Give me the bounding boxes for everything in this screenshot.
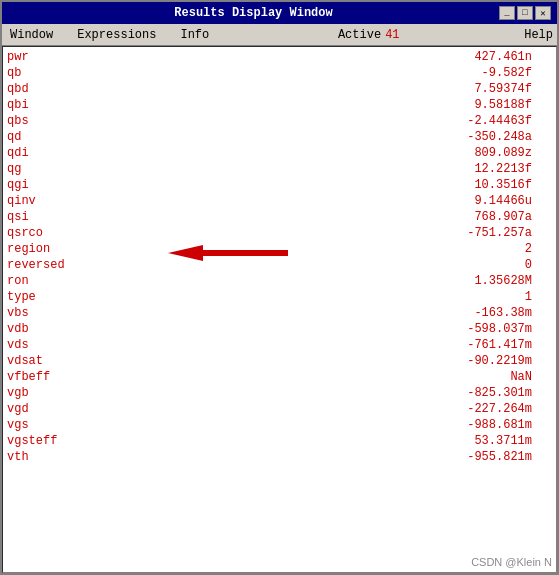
row-name: vbs [7, 305, 107, 321]
row-name: vth [7, 449, 107, 465]
row-value: 10.3516f [107, 177, 552, 193]
row-name: qbd [7, 81, 107, 97]
menu-info[interactable]: Info [176, 27, 213, 43]
row-name: vds [7, 337, 107, 353]
table-row: vgsteff53.3711m [7, 433, 552, 449]
row-name: vdsat [7, 353, 107, 369]
table-row: qb-9.582f [7, 65, 552, 81]
row-value: -955.821m [107, 449, 552, 465]
table-row: qg12.2213f [7, 161, 552, 177]
watermark: CSDN @Klein N [471, 556, 552, 568]
row-name: vgsteff [7, 433, 107, 449]
row-value: 1 [107, 289, 552, 305]
table-row: vdb-598.037m [7, 321, 552, 337]
table-row: qgi10.3516f [7, 177, 552, 193]
row-name: vfbeff [7, 369, 107, 385]
table-row: vfbeffNaN [7, 369, 552, 385]
table-row: type1 [7, 289, 552, 305]
table-row: vth-955.821m [7, 449, 552, 465]
row-value: 1.35628M [107, 273, 552, 289]
row-name: qdi [7, 145, 107, 161]
row-name: qgi [7, 177, 107, 193]
row-name: qbs [7, 113, 107, 129]
table-row: qbs-2.44463f [7, 113, 552, 129]
row-value: 768.907a [107, 209, 552, 225]
row-name: qinv [7, 193, 107, 209]
row-name: type [7, 289, 107, 305]
row-name: qg [7, 161, 107, 177]
row-value: -90.2219m [107, 353, 552, 369]
results-window: Results Display Window _ □ ✕ Window Expr… [0, 0, 559, 575]
menu-window[interactable]: Window [6, 27, 57, 43]
row-name: qsi [7, 209, 107, 225]
data-table: pwr427.461nqb-9.582fqbd7.59374fqbi9.5818… [3, 47, 556, 467]
table-row: region2 [7, 241, 552, 257]
row-value: 9.58188f [107, 97, 552, 113]
row-value: 12.2213f [107, 161, 552, 177]
row-value: -761.417m [107, 337, 552, 353]
menu-expressions[interactable]: Expressions [73, 27, 160, 43]
row-value: -751.257a [107, 225, 552, 241]
row-value: -163.38m [107, 305, 552, 321]
row-name: qd [7, 129, 107, 145]
window-title: Results Display Window [8, 6, 499, 20]
close-button[interactable]: ✕ [535, 6, 551, 20]
window-controls[interactable]: _ □ ✕ [499, 6, 551, 20]
row-name: qb [7, 65, 107, 81]
menu-items: Window Expressions Info [6, 27, 213, 43]
table-row: ron1.35628M [7, 273, 552, 289]
row-value: 9.14466u [107, 193, 552, 209]
row-name: region [7, 241, 107, 257]
maximize-button[interactable]: □ [517, 6, 533, 20]
table-row: qdi809.089z [7, 145, 552, 161]
row-value: 2 [107, 241, 552, 257]
minimize-button[interactable]: _ [499, 6, 515, 20]
row-name: vgb [7, 385, 107, 401]
row-value: -9.582f [107, 65, 552, 81]
table-row: vgs-988.681m [7, 417, 552, 433]
table-row: reversed0 [7, 257, 552, 273]
row-value: -988.681m [107, 417, 552, 433]
row-name: vgd [7, 401, 107, 417]
title-bar: Results Display Window _ □ ✕ [2, 2, 557, 24]
row-value: 53.3711m [107, 433, 552, 449]
row-value: 0 [107, 257, 552, 273]
row-value: 7.59374f [107, 81, 552, 97]
content-area[interactable]: pwr427.461nqb-9.582fqbd7.59374fqbi9.5818… [2, 46, 557, 573]
row-value: -227.264m [107, 401, 552, 417]
table-row: vds-761.417m [7, 337, 552, 353]
table-row: qinv9.14466u [7, 193, 552, 209]
table-row: qbd7.59374f [7, 81, 552, 97]
row-value: NaN [107, 369, 552, 385]
menu-bar: Window Expressions Info Active 41 Help [2, 24, 557, 46]
table-row: vgb-825.301m [7, 385, 552, 401]
row-name: vgs [7, 417, 107, 433]
row-value: -350.248a [107, 129, 552, 145]
row-value: 809.089z [107, 145, 552, 161]
table-row: pwr427.461n [7, 49, 552, 65]
active-label-text: Active [338, 28, 381, 42]
table-row: qd-350.248a [7, 129, 552, 145]
table-row: vgd-227.264m [7, 401, 552, 417]
row-name: vdb [7, 321, 107, 337]
menu-help[interactable]: Help [524, 28, 553, 42]
row-name: qsrco [7, 225, 107, 241]
row-name: ron [7, 273, 107, 289]
row-name: pwr [7, 49, 107, 65]
row-value: -598.037m [107, 321, 552, 337]
table-row: qsi768.907a [7, 209, 552, 225]
table-row: qsrco-751.257a [7, 225, 552, 241]
active-indicator: Active 41 [338, 28, 400, 42]
table-row: vbs-163.38m [7, 305, 552, 321]
active-count: 41 [385, 28, 399, 42]
row-value: -825.301m [107, 385, 552, 401]
table-row: vdsat-90.2219m [7, 353, 552, 369]
row-value: -2.44463f [107, 113, 552, 129]
table-row: qbi9.58188f [7, 97, 552, 113]
row-name: qbi [7, 97, 107, 113]
row-value: 427.461n [107, 49, 552, 65]
row-name: reversed [7, 257, 107, 273]
